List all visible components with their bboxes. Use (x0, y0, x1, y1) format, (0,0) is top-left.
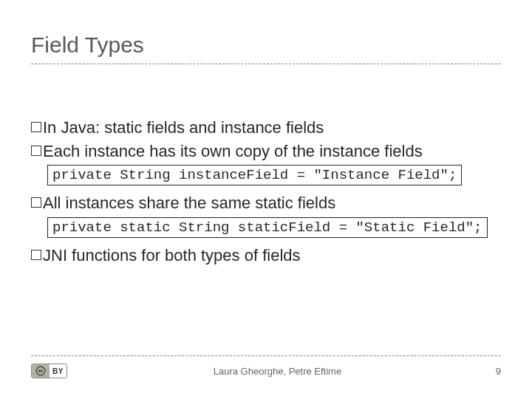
title-divider (31, 64, 501, 64)
slide: Field Types In Java: static fields and i… (0, 0, 532, 399)
code-snippet-instance: private String instanceField = "Instance… (47, 165, 462, 185)
bullet-box-icon (31, 122, 41, 132)
bullet-box-icon (31, 146, 41, 156)
bullet-item: Each instance has its own copy of the in… (31, 141, 501, 162)
code-snippet-static: private static String staticField = "Sta… (47, 217, 488, 238)
cc-badge: BY (31, 364, 67, 378)
bullet-item: All instances share the same static fiel… (31, 193, 501, 214)
bullet-box-icon (31, 250, 41, 260)
footer-divider (31, 355, 501, 356)
page-number: 9 (488, 366, 501, 377)
footer-credits: Laura Gheorghe, Petre Eftime (67, 366, 488, 377)
footer: BY Laura Gheorghe, Petre Eftime 9 (31, 355, 501, 378)
footer-row: BY Laura Gheorghe, Petre Eftime 9 (31, 364, 501, 378)
cc-by-label: BY (50, 367, 66, 375)
bullet-box-icon (31, 197, 41, 208)
bullet-text: Each instance has its own copy of the in… (43, 141, 423, 162)
slide-title: Field Types (31, 33, 501, 58)
svg-point-0 (36, 366, 45, 375)
bullet-text: JNI functions for both types of fields (43, 245, 301, 266)
bullet-text: All instances share the same static fiel… (43, 193, 335, 214)
bullet-text: In Java: static fields and instance fiel… (43, 117, 324, 138)
bullet-item: JNI functions for both types of fields (31, 245, 501, 266)
cc-logo-icon (32, 364, 50, 378)
bullet-item: In Java: static fields and instance fiel… (31, 117, 501, 138)
